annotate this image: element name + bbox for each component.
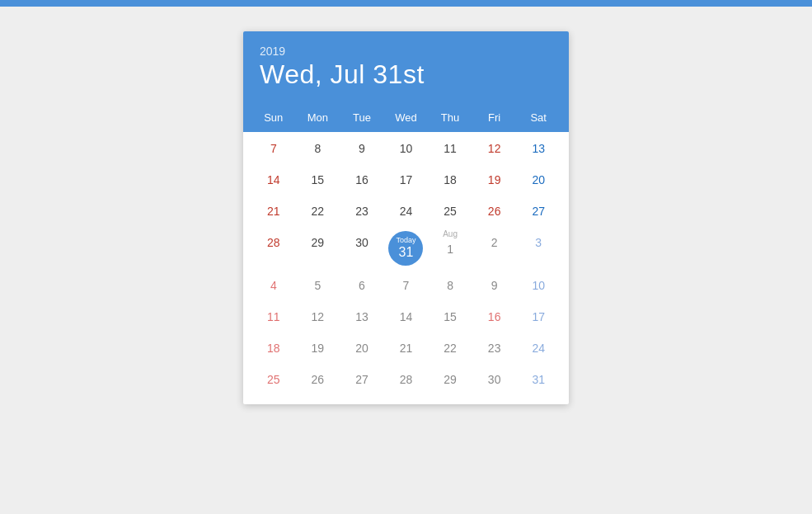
day-aug-2[interactable]: 2 — [472, 228, 517, 269]
day-aug-23[interactable]: 23 — [472, 333, 517, 363]
day-aug-4[interactable]: 4 — [251, 271, 296, 300]
day-aug-17[interactable]: 17 — [516, 302, 561, 332]
day-aug-28[interactable]: 28 — [384, 365, 429, 394]
day-jul-29[interactable]: 29 — [296, 228, 340, 269]
day-aug-31[interactable]: 31 — [516, 365, 561, 394]
day-jul-27[interactable]: 27 — [516, 196, 561, 226]
day-aug-22[interactable]: 22 — [428, 333, 472, 363]
day-headers-row: Sun Mon Tue Wed Thu Fri Sat — [243, 101, 569, 132]
day-aug-12[interactable]: 12 — [296, 302, 340, 332]
today-circle[interactable]: Today 31 — [388, 231, 423, 266]
day-aug-14[interactable]: 14 — [384, 302, 429, 332]
day-aug-26[interactable]: 26 — [296, 365, 340, 394]
day-jul-21[interactable]: 21 — [251, 196, 296, 226]
day-aug-8[interactable]: 8 — [428, 271, 472, 300]
today-label: Today — [396, 237, 415, 244]
top-bar — [0, 0, 812, 7]
day-jul-25[interactable]: 25 — [428, 196, 472, 226]
day-aug-9[interactable]: 9 — [472, 271, 517, 300]
day-aug-16[interactable]: 16 — [472, 302, 517, 332]
day-header-wed: Wed — [384, 108, 429, 127]
aug-label: Aug — [443, 229, 458, 238]
calendar-year: 2019 — [260, 45, 552, 58]
day-jul-19[interactable]: 19 — [472, 165, 517, 195]
calendar-week-8: 25 26 27 28 29 30 31 — [251, 365, 561, 394]
calendar-week-4: 28 29 30 Today 31 Aug 1 2 3 — [251, 228, 561, 269]
day-jul-16[interactable]: 16 — [340, 165, 384, 195]
day-jul-17[interactable]: 17 — [384, 165, 429, 195]
calendar-week-3: 21 22 23 24 25 26 27 — [251, 196, 561, 226]
calendar-body[interactable]: 7 8 9 10 11 12 13 14 15 16 17 18 19 20 — [243, 132, 569, 404]
day-jul-24[interactable]: 24 — [384, 196, 429, 226]
day-aug-15[interactable]: 15 — [428, 302, 472, 332]
day-jul-14[interactable]: 14 — [251, 165, 296, 195]
day-aug-27[interactable]: 27 — [340, 365, 384, 394]
calendar-date-title: Wed, Jul 31st — [260, 59, 552, 90]
day-aug-20[interactable]: 20 — [340, 333, 384, 363]
day-jul-18[interactable]: 18 — [428, 165, 472, 195]
day-jul-31-today[interactable]: Today 31 — [384, 228, 429, 269]
day-header-tue: Tue — [340, 108, 384, 127]
day-aug-30[interactable]: 30 — [472, 365, 517, 394]
day-aug-29[interactable]: 29 — [428, 365, 472, 394]
day-aug-18[interactable]: 18 — [251, 333, 296, 363]
day-aug-5[interactable]: 5 — [296, 271, 340, 300]
day-jul-15[interactable]: 15 — [296, 165, 340, 195]
calendar-week-7: 18 19 20 21 22 23 24 — [251, 333, 561, 363]
day-jul-11[interactable]: 11 — [428, 134, 472, 163]
day-aug-25[interactable]: 25 — [251, 365, 296, 394]
day-aug-13[interactable]: 13 — [340, 302, 384, 332]
calendar-week-6: 11 12 13 14 15 16 17 — [251, 302, 561, 332]
day-aug-19[interactable]: 19 — [296, 333, 340, 363]
day-jul-10[interactable]: 10 — [384, 134, 429, 163]
day-aug-10[interactable]: 10 — [516, 271, 561, 300]
day-jul-8[interactable]: 8 — [296, 134, 340, 163]
day-header-fri: Fri — [472, 108, 517, 127]
day-aug-1[interactable]: Aug 1 — [428, 228, 472, 269]
today-num: 31 — [399, 244, 414, 260]
day-aug-3[interactable]: 3 — [516, 228, 561, 269]
page-background: 2019 Wed, Jul 31st Sun Mon Tue Wed Thu F… — [0, 7, 812, 514]
day-header-sat: Sat — [516, 108, 561, 127]
day-jul-7[interactable]: 7 — [251, 134, 296, 163]
calendar-week-5: 4 5 6 7 8 9 10 — [251, 271, 561, 300]
day-jul-22[interactable]: 22 — [296, 196, 340, 226]
day-jul-13[interactable]: 13 — [516, 134, 561, 163]
calendar-header: 2019 Wed, Jul 31st — [243, 31, 569, 101]
day-aug-24[interactable]: 24 — [516, 333, 561, 363]
day-aug-11[interactable]: 11 — [251, 302, 296, 332]
day-jul-30[interactable]: 30 — [340, 228, 384, 269]
day-jul-23[interactable]: 23 — [340, 196, 384, 226]
day-jul-9[interactable]: 9 — [340, 134, 384, 163]
day-jul-20[interactable]: 20 — [516, 165, 561, 195]
day-aug-7[interactable]: 7 — [384, 271, 429, 300]
day-aug-21[interactable]: 21 — [384, 333, 429, 363]
day-header-mon: Mon — [296, 108, 340, 127]
day-jul-28[interactable]: 28 — [251, 228, 296, 269]
day-jul-12[interactable]: 12 — [472, 134, 517, 163]
day-aug-6[interactable]: 6 — [340, 271, 384, 300]
calendar-widget: 2019 Wed, Jul 31st Sun Mon Tue Wed Thu F… — [243, 31, 569, 404]
day-header-sun: Sun — [251, 108, 296, 127]
calendar-week-1: 7 8 9 10 11 12 13 — [251, 134, 561, 163]
day-jul-26[interactable]: 26 — [472, 196, 517, 226]
calendar-week-2: 14 15 16 17 18 19 20 — [251, 165, 561, 195]
day-header-thu: Thu — [428, 108, 472, 127]
calendar-grid: 7 8 9 10 11 12 13 14 15 16 17 18 19 20 — [243, 134, 569, 404]
